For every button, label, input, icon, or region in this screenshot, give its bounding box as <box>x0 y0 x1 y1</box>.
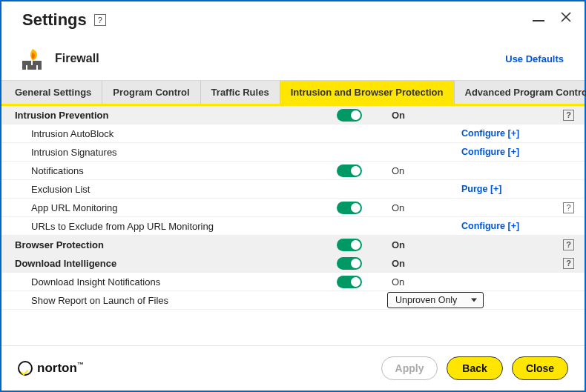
row-exclusion-list: Exclusion List Purge [+] <box>1 180 585 199</box>
help-icon[interactable]: ? <box>563 202 574 213</box>
footer-buttons: Apply Back Close <box>381 356 568 380</box>
apply-button[interactable]: Apply <box>381 356 438 380</box>
tab-advanced-program-control[interactable]: Advanced Program Control <box>455 81 587 104</box>
row-label: Intrusion Signatures <box>1 144 328 161</box>
section-title: Firewall <box>55 52 99 65</box>
toggle-state: On <box>387 258 461 269</box>
dropdown-value: Unproven Only <box>395 295 457 305</box>
row-browser-protection: Browser Protection On ? <box>1 236 585 254</box>
row-show-report: Show Report on Launch of Files Unproven … <box>1 291 585 310</box>
row-app-url-monitoring: App URL Monitoring On ? <box>1 199 585 217</box>
tab-intrusion-browser-protection[interactable]: Intrusion and Browser Protection <box>280 81 455 104</box>
help-icon[interactable]: ? <box>563 258 574 269</box>
purge-link[interactable]: Purge [+] <box>461 184 558 194</box>
tab-program-control[interactable]: Program Control <box>102 81 200 104</box>
row-intrusion-signatures: Intrusion Signatures Configure [+] <box>1 143 585 162</box>
settings-rows: Intrusion Prevention On ? Intrusion Auto… <box>1 106 585 345</box>
row-label: Show Report on Launch of Files <box>1 292 328 309</box>
row-label: Download Insight Notifications <box>1 273 328 290</box>
brand-check-icon <box>18 361 33 376</box>
svg-rect-4 <box>27 65 36 70</box>
toggle-state: On <box>387 276 461 288</box>
row-label: Download Intelligence <box>1 255 328 272</box>
show-report-dropdown[interactable]: Unproven Only <box>387 292 484 308</box>
row-download-insight-notifications: Download Insight Notifications On <box>1 273 585 291</box>
row-notifications: Notifications On <box>1 162 585 180</box>
configure-link-urls-exclude[interactable]: Configure [+] <box>461 221 558 231</box>
window-controls <box>533 12 571 25</box>
tab-bar: General Settings Program Control Traffic… <box>1 80 585 106</box>
svg-rect-2 <box>22 61 31 65</box>
configure-link-signatures[interactable]: Configure [+] <box>461 147 558 157</box>
section-header: Firewall Use Defaults <box>1 34 585 80</box>
page-title: Settings <box>22 10 87 30</box>
tab-general-settings[interactable]: General Settings <box>1 81 102 104</box>
svg-rect-6 <box>38 65 42 70</box>
row-label: Exclusion List <box>1 181 328 198</box>
row-intrusion-prevention: Intrusion Prevention On ? <box>1 106 585 124</box>
app-url-monitoring-toggle[interactable] <box>337 202 362 214</box>
row-label: App URL Monitoring <box>1 199 328 216</box>
intrusion-prevention-toggle[interactable] <box>337 109 362 122</box>
row-label: Intrusion AutoBlock <box>1 125 328 142</box>
notifications-toggle[interactable] <box>337 165 362 177</box>
footer: norton™ Apply Back Close <box>1 345 585 391</box>
toggle-state: On <box>387 110 461 121</box>
download-intelligence-toggle[interactable] <box>337 257 362 270</box>
brand-logo: norton™ <box>18 361 84 376</box>
row-label: URLs to Exclude from App URL Monitoring <box>1 218 328 235</box>
help-icon[interactable]: ? <box>563 110 574 121</box>
row-urls-exclude: URLs to Exclude from App URL Monitoring … <box>1 217 585 236</box>
row-label: Browser Protection <box>1 236 328 253</box>
back-button[interactable]: Back <box>447 356 503 380</box>
firewall-icon <box>22 47 47 70</box>
use-defaults-link[interactable]: Use Defaults <box>505 53 564 64</box>
svg-rect-3 <box>33 61 42 65</box>
row-label: Notifications <box>1 162 328 179</box>
toggle-state: On <box>387 165 461 176</box>
tab-traffic-rules[interactable]: Traffic Rules <box>201 81 280 104</box>
configure-link-autoblock[interactable]: Configure [+] <box>461 128 558 139</box>
close-button[interactable]: Close <box>512 356 568 380</box>
help-icon[interactable]: ? <box>563 239 574 250</box>
brand-text: norton <box>37 361 77 375</box>
trademark-icon: ™ <box>77 361 84 368</box>
close-window-button[interactable] <box>561 12 571 25</box>
row-intrusion-autoblock: Intrusion AutoBlock Configure [+] <box>1 124 585 143</box>
download-insight-notifications-toggle[interactable] <box>337 276 362 288</box>
row-download-intelligence: Download Intelligence On ? <box>1 254 585 273</box>
minimize-button[interactable] <box>533 16 544 21</box>
svg-rect-5 <box>22 65 26 70</box>
toggle-state: On <box>387 239 461 250</box>
browser-protection-toggle[interactable] <box>337 239 362 251</box>
settings-window: Settings ? Firewall Use Defaults General… <box>0 0 586 392</box>
row-label: Intrusion Prevention <box>1 107 328 124</box>
title-help-icon[interactable]: ? <box>94 14 106 26</box>
titlebar: Settings ? <box>1 1 585 34</box>
toggle-state: On <box>387 202 461 213</box>
